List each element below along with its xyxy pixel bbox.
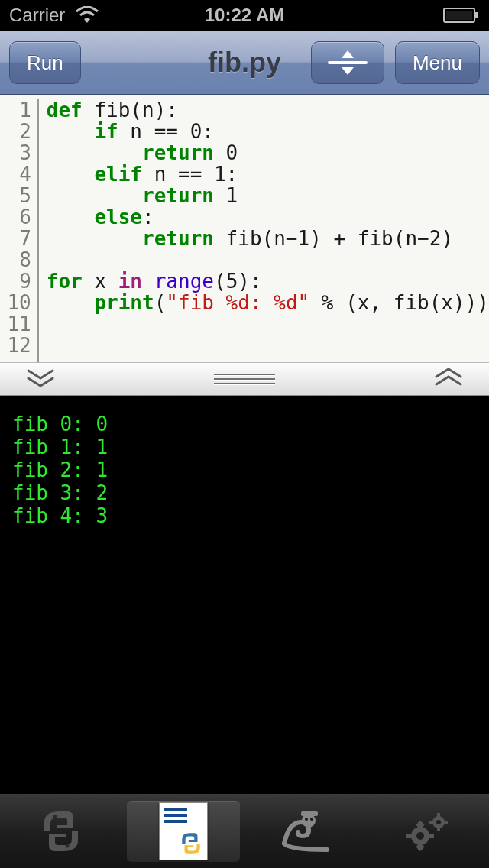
code-line[interactable]	[47, 335, 489, 356]
run-button[interactable]: Run	[9, 41, 81, 84]
svg-point-11	[416, 832, 424, 840]
svg-rect-25	[444, 821, 448, 824]
python-logo-icon	[37, 807, 86, 856]
code-line[interactable]: elif n == 1:	[47, 164, 489, 185]
collapse-down-icon[interactable]	[26, 368, 55, 390]
carrier-label: Carrier	[9, 5, 65, 26]
svg-rect-23	[437, 828, 440, 831]
line-number: 8	[0, 249, 31, 270]
document-icon	[159, 802, 208, 860]
line-number: 5	[0, 185, 31, 206]
line-number: 3	[0, 142, 31, 164]
svg-rect-14	[406, 834, 413, 838]
collapse-up-icon[interactable]	[434, 368, 463, 390]
tab-python[interactable]	[5, 801, 118, 862]
code-line[interactable]: def fib(n):	[47, 99, 489, 121]
code-line[interactable]: for x in range(5):	[47, 270, 489, 292]
tab-snake[interactable]	[249, 801, 362, 862]
tab-document[interactable]	[127, 801, 240, 862]
line-number: 10	[0, 292, 31, 313]
line-number: 7	[0, 228, 31, 249]
tab-settings[interactable]	[371, 801, 484, 862]
svg-rect-22	[437, 813, 440, 817]
menu-button-label: Menu	[413, 51, 462, 75]
line-number: 11	[0, 313, 31, 335]
code-line[interactable]: print("fib %d: %d" % (x, fib(x)))	[47, 292, 489, 313]
svg-rect-15	[428, 834, 434, 838]
code-line[interactable]: if n == 0:	[47, 121, 489, 142]
code-line[interactable]: else:	[47, 206, 489, 228]
split-arrows-icon	[326, 47, 369, 78]
svg-point-5	[66, 844, 70, 847]
output-console[interactable]: fib 0: 0 fib 1: 1 fib 2: 1 fib 3: 2 fib …	[0, 396, 489, 793]
svg-point-21	[436, 820, 441, 824]
line-number: 4	[0, 164, 31, 185]
split-view-button[interactable]	[311, 41, 384, 84]
split-drag-bar[interactable]	[0, 362, 489, 396]
code-line[interactable]	[47, 313, 489, 335]
wifi-icon	[74, 6, 100, 24]
line-number: 2	[0, 121, 31, 142]
run-button-label: Run	[27, 51, 63, 75]
status-left: Carrier	[9, 5, 100, 26]
code-line[interactable]	[47, 249, 489, 270]
status-bar: Carrier 10:22 AM	[0, 0, 489, 31]
navbar: Run fib.py Menu	[0, 31, 489, 95]
code-line[interactable]: return fib(n−1) + fib(n−2)	[47, 228, 489, 249]
drag-grip-icon[interactable]	[214, 374, 275, 384]
line-number: 12	[0, 335, 31, 356]
code-editor[interactable]: 123456789101112 def fib(n): if n == 0: r…	[0, 95, 489, 362]
svg-point-4	[53, 815, 57, 818]
gear-icon	[403, 810, 452, 853]
svg-point-8	[310, 818, 313, 821]
battery-icon	[443, 8, 480, 23]
svg-rect-9	[301, 811, 318, 816]
line-number-gutter: 123456789101112	[0, 99, 39, 362]
code-line[interactable]: return 1	[47, 185, 489, 206]
code-content[interactable]: def fib(n): if n == 0: return 0 elif n =…	[39, 99, 489, 362]
svg-point-7	[305, 818, 308, 821]
line-number: 6	[0, 206, 31, 228]
menu-button[interactable]: Menu	[395, 41, 480, 84]
snake-icon	[278, 810, 333, 853]
code-line[interactable]: return 0	[47, 142, 489, 164]
svg-rect-1	[475, 12, 478, 18]
line-number: 1	[0, 99, 31, 121]
svg-rect-24	[429, 821, 433, 824]
line-number: 9	[0, 270, 31, 292]
tab-bar	[0, 793, 489, 868]
svg-rect-2	[446, 11, 472, 20]
